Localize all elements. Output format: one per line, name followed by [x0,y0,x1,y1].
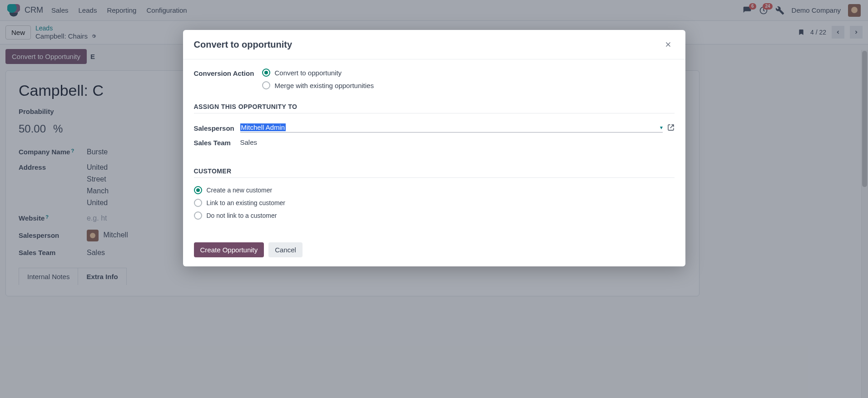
salesteam-label: Sales Team [194,138,240,147]
cancel-button[interactable]: Cancel [268,242,303,257]
radio-label: Merge with existing opportunities [275,82,374,89]
salesperson-label: Salesperson [194,123,240,132]
radio-label: Link to an existing customer [207,199,286,206]
radio-icon [194,199,202,207]
salesperson-select[interactable]: Mitchell Admin ▾ [240,123,663,133]
radio-link-existing-customer[interactable]: Link to an existing customer [194,199,675,207]
radio-no-customer[interactable]: Do not link to a customer [194,211,675,220]
radio-icon [194,186,202,194]
radio-icon [194,211,202,220]
radio-create-customer[interactable]: Create a new customer [194,186,675,194]
modal-title: Convert to opportunity [194,39,293,50]
salesteam-value[interactable]: Sales [240,138,675,146]
radio-merge-existing[interactable]: Merge with existing opportunities [262,81,675,89]
external-link-icon[interactable] [667,124,675,131]
conversion-action-label: Conversion Action [194,69,262,77]
create-opportunity-button[interactable]: Create Opportunity [194,242,264,257]
radio-label: Convert to opportunity [275,69,342,77]
radio-label: Create a new customer [207,187,273,194]
radio-icon [262,81,270,89]
radio-icon [262,69,270,77]
close-icon[interactable] [662,38,675,51]
salesperson-selected: Mitchell Admin [240,123,286,131]
assign-section-header: ASSIGN THIS OPPORTUNITY TO [194,103,675,113]
radio-label: Do not link to a customer [207,212,277,219]
radio-convert-to-opportunity[interactable]: Convert to opportunity [262,69,675,77]
convert-opportunity-modal: Convert to opportunity Conversion Action… [183,30,685,266]
chevron-down-icon[interactable]: ▾ [660,124,663,131]
customer-section-header: CUSTOMER [194,167,675,178]
